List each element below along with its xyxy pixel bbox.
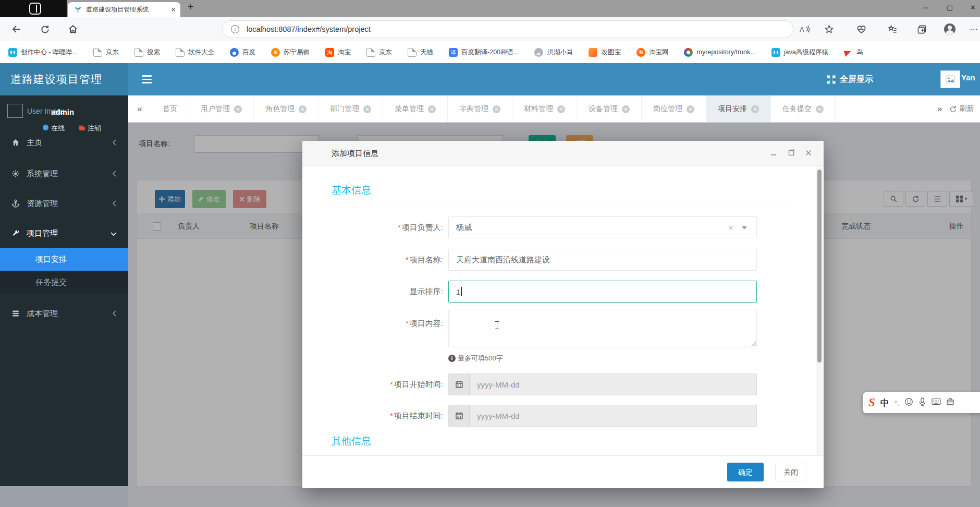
bookmark-item[interactable]: 百度 (230, 48, 255, 57)
tab-close-icon[interactable] (816, 105, 824, 113)
modal-scrollbar[interactable] (816, 166, 823, 455)
bookmark-item[interactable]: 搜索 (134, 48, 160, 57)
bookmark-item[interactable]: 创作中心 - 哔哩哔... (8, 48, 78, 57)
start-date-input[interactable]: yyyy-MM-dd (470, 374, 756, 395)
fullscreen-button[interactable]: 全屏显示 (827, 63, 873, 95)
bookmark-item[interactable]: myrepository/trunk... (684, 48, 755, 57)
leader-select[interactable]: 杨威 ✕ (448, 216, 757, 238)
bookmark-item[interactable]: 京东 (93, 48, 119, 57)
tab-role-mgmt[interactable]: 角色管理 (254, 95, 318, 123)
tab-material-mgmt[interactable]: 材料管理 (512, 95, 577, 123)
dropdown-caret-icon[interactable] (742, 226, 747, 230)
tab-close-icon[interactable] (687, 105, 694, 113)
bookmark-item[interactable]: 改图宝 (589, 48, 621, 57)
emoji-icon[interactable] (904, 397, 913, 408)
add-favorite-icon[interactable] (823, 23, 835, 35)
bookmark-item[interactable]: 天猫 (408, 48, 433, 57)
sidebar-item-project-schedule[interactable]: 项目安排 (0, 248, 128, 271)
favorites-bar-icon[interactable] (886, 23, 899, 35)
tab-dict-mgmt[interactable]: 字典管理 (448, 95, 512, 123)
close-icon[interactable] (805, 149, 812, 158)
punctuation-indicator[interactable]: °, (895, 399, 899, 407)
minimize-icon[interactable] (770, 149, 777, 158)
maximize-icon[interactable] (788, 149, 795, 158)
tab-close-icon[interactable] (557, 105, 565, 113)
dialog-header[interactable]: 添加项目信息 (302, 141, 824, 166)
sidebar-item-system-mgmt[interactable]: 系统管理 (0, 159, 128, 188)
bookmark-item[interactable]: 百度翻译-200种语... (449, 48, 519, 57)
end-date-input-group[interactable]: yyyy-MM-dd (448, 405, 757, 427)
resize-handle[interactable] (750, 341, 756, 346)
bookmark-item[interactable]: 京东 (366, 48, 392, 57)
refresh-tab-button[interactable]: 刷新 (949, 104, 974, 114)
sidebar-item-project-mgmt[interactable]: 项目管理 (0, 219, 128, 248)
sidebar-item-task-submit[interactable]: 任务提交 (0, 271, 128, 294)
tab-device-mgmt[interactable]: 设备管理 (577, 95, 642, 123)
tab-project-schedule[interactable]: 项目安排 (706, 95, 771, 123)
tab-close-icon[interactable] (751, 105, 759, 113)
display-order-input[interactable]: 1 (448, 281, 757, 303)
url-text[interactable]: localhost:8087/index#/system/project (247, 25, 371, 33)
mic-icon[interactable] (918, 397, 926, 408)
sidebar-toggle-icon[interactable] (142, 71, 157, 87)
tab-close-icon[interactable] (299, 105, 307, 113)
tab-user-mgmt[interactable]: 用户管理 (189, 95, 254, 123)
bookmark-item[interactable]: 洪湖小肖 (534, 48, 573, 57)
header-username[interactable]: Yan (961, 73, 979, 82)
sidebar-item-resource-mgmt[interactable]: 资源管理 (0, 189, 128, 218)
start-date-input-group[interactable]: yyyy-MM-dd (448, 373, 757, 395)
bookmark-item[interactable]: 淘宝网 (636, 48, 669, 57)
bookmark-item[interactable]: 软件大全 (176, 48, 214, 57)
sidebar-item-home[interactable]: 主页 (0, 128, 128, 157)
tab-close-icon[interactable] (493, 105, 500, 113)
tabs-scroll-left-icon[interactable]: « (128, 95, 151, 123)
tab-task-submit[interactable]: 任务提交 (771, 95, 836, 123)
calendar-icon[interactable] (449, 374, 470, 395)
sogou-logo-icon[interactable]: S (868, 396, 875, 409)
new-tab-button[interactable]: + (188, 1, 194, 13)
address-bar[interactable]: i localhost:8087/index#/system/project (222, 20, 793, 38)
back-icon[interactable] (10, 23, 23, 35)
browser-tab[interactable]: 道路建设项目管理系统 ✕ (68, 2, 180, 17)
tab-close-icon[interactable]: ✕ (170, 6, 176, 14)
bookmark-item[interactable]: 苏宁易购 (271, 48, 310, 57)
window-maximize-button[interactable]: ▢ (947, 4, 953, 11)
home-icon[interactable] (67, 23, 79, 35)
tab-close-icon[interactable] (234, 105, 242, 113)
project-name-input[interactable]: 天府大道南西沿线道路建设 (448, 249, 757, 271)
clear-selection-icon[interactable]: ✕ (728, 224, 733, 232)
keyboard-icon[interactable] (932, 398, 941, 407)
scrollbar-thumb[interactable] (817, 170, 822, 363)
project-content-textarea[interactable] (448, 310, 757, 347)
settings-more-icon[interactable]: ⋯ (967, 23, 980, 35)
toolbox-icon[interactable] (946, 397, 954, 408)
bookmark-item[interactable]: 鸟 (844, 48, 863, 57)
refresh-icon[interactable] (39, 23, 51, 35)
calendar-icon[interactable] (449, 405, 470, 426)
bookmark-item[interactable]: 淘宝 (325, 48, 351, 57)
confirm-button[interactable]: 确定 (727, 463, 764, 481)
workspaces-icon[interactable] (29, 3, 41, 15)
tab-home[interactable]: 首页 (151, 95, 189, 123)
end-date-input[interactable]: yyyy-MM-dd (470, 405, 756, 426)
app-logo[interactable]: 道路建设项目管理 (0, 63, 128, 95)
profile-avatar-icon[interactable] (944, 23, 956, 35)
user-avatar[interactable] (940, 70, 960, 88)
tab-dept-mgmt[interactable]: 部门管理 (318, 95, 383, 123)
ime-mode-indicator[interactable]: 中 (880, 397, 889, 409)
browser-essentials-icon[interactable] (855, 23, 867, 35)
site-info-icon[interactable]: i (231, 25, 239, 33)
tab-close-icon[interactable] (363, 105, 371, 113)
sidebar-item-cost-mgmt[interactable]: 成本管理 (0, 299, 128, 328)
close-button[interactable]: 关闭 (775, 463, 806, 481)
window-minimize-button[interactable]: ─ (923, 4, 928, 11)
tab-close-icon[interactable] (428, 105, 436, 113)
tabs-scroll-right-icon[interactable]: » (937, 104, 942, 114)
read-aloud-icon[interactable]: A (799, 23, 811, 35)
tab-close-icon[interactable] (622, 105, 630, 113)
collections-icon[interactable] (915, 23, 928, 35)
tab-menu-mgmt[interactable]: 菜单管理 (383, 95, 448, 123)
window-close-button[interactable]: ✕ (970, 4, 976, 11)
bookmark-item[interactable]: java高级程序猿 (771, 48, 828, 57)
tab-post-mgmt[interactable]: 岗位管理 (642, 95, 706, 123)
